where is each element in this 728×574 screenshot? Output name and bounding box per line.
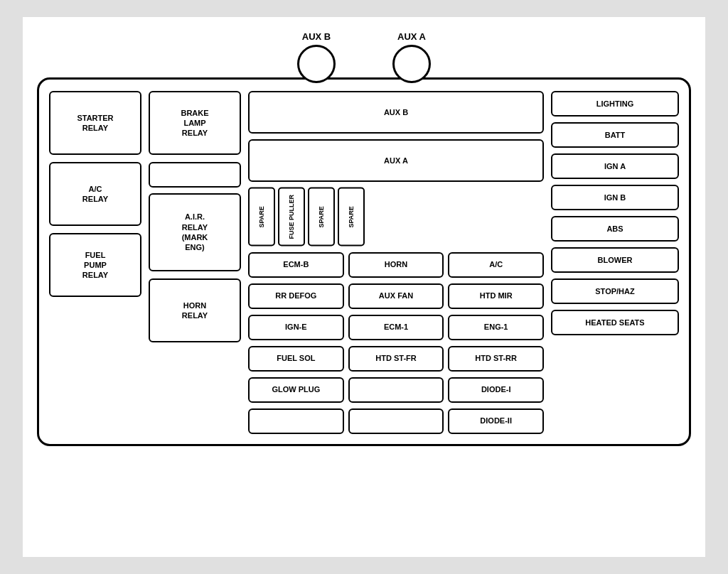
eng-1: ENG-1	[448, 315, 544, 340]
aux-b-circle	[297, 45, 336, 83]
lighting-fuse: LIGHTING	[551, 91, 679, 117]
col-left: STARTER RELAY A/C RELAY FUEL PUMP RELAY	[49, 91, 141, 297]
rr-defog: RR DEFOG	[248, 283, 344, 309]
ign-a-fuse: IGN A	[551, 153, 679, 179]
horn-fuse: HORN	[348, 252, 444, 278]
stop-haz-fuse: STOP/HAZ	[551, 278, 679, 304]
aux-fan: AUX FAN	[348, 283, 444, 309]
aux-b-connector: AUX B	[297, 31, 336, 83]
mid-spare-3	[348, 408, 444, 434]
fuel-pump-relay: FUEL PUMP RELAY	[49, 233, 141, 297]
air-relay: A.I.R. RELAY (MARK ENG)	[149, 193, 241, 271]
htd-st-rr: HTD ST-RR	[448, 346, 544, 372]
diode-ii: DIODE-II	[448, 408, 544, 434]
spare-v3: SPARE	[338, 188, 365, 247]
aux-b-label: AUX B	[302, 31, 331, 42]
fuse-grid: STARTER RELAY A/C RELAY FUEL PUMP RELAY …	[49, 91, 679, 434]
glow-plug: GLOW PLUG	[248, 377, 344, 403]
ac-fuse: A/C	[448, 252, 544, 278]
aux-b-fuse: AUX B	[248, 91, 544, 134]
row-defog-fan-mir: RR DEFOG AUX FAN HTD MIR	[248, 283, 544, 309]
abs-fuse: ABS	[551, 216, 679, 242]
spare-v2: SPARE	[308, 188, 335, 247]
aux-a-connector: AUX A	[392, 31, 431, 83]
row-ign-ecm-eng: IGN-E ECM-1 ENG-1	[248, 315, 544, 340]
row-spare-diode2: DIODE-II	[248, 408, 544, 434]
top-connectors: AUX B AUX A	[37, 31, 691, 83]
row-fuel-htd: FUEL SOL HTD ST-FR HTD ST-RR	[248, 346, 544, 372]
aux-a-label: AUX A	[397, 31, 426, 42]
heated-seats-fuse: HEATED SEATS	[551, 310, 679, 335]
row-glow-diode1: GLOW PLUG DIODE-I	[248, 377, 544, 403]
col-right: LIGHTING BATT IGN A IGN B ABS BLOWER	[551, 91, 679, 335]
starter-relay: STARTER RELAY	[49, 91, 141, 155]
small-spare-top	[149, 162, 241, 188]
spare-v1: SPARE	[248, 188, 275, 247]
vertical-fuses-row: SPARE FUSE PULLER SPARE SPARE	[248, 188, 544, 247]
aux-a-fuse: AUX A	[248, 139, 544, 182]
aux-a-circle	[392, 45, 431, 83]
batt-fuse: BATT	[551, 122, 679, 148]
fuel-sol: FUEL SOL	[248, 346, 344, 372]
ign-b-fuse: IGN B	[551, 185, 679, 210]
col-mid: AUX B AUX A SPARE FUSE PULLER SPARE SPAR…	[248, 91, 544, 434]
horn-relay: HORN RELAY	[149, 278, 241, 342]
row-ecm-horn-ac: ECM-B HORN A/C	[248, 252, 544, 278]
diode-i: DIODE-I	[448, 377, 544, 403]
mid-spare-1	[348, 377, 444, 403]
htd-st-fr: HTD ST-FR	[348, 346, 444, 372]
ecm-b: ECM-B	[248, 252, 344, 278]
fuse-box-wrapper: AUX B AUX A STARTER RELAY A/C RELAY FUEL…	[23, 17, 705, 557]
col-second: BRAKE LAMP RELAY A.I.R. RELAY (MARK ENG)…	[149, 91, 241, 342]
brake-lamp-relay: BRAKE LAMP RELAY	[149, 91, 241, 155]
htd-mir: HTD MIR	[448, 283, 544, 309]
mid-spare-2	[248, 408, 344, 434]
ign-e: IGN-E	[248, 315, 344, 340]
main-fuse-box: STARTER RELAY A/C RELAY FUEL PUMP RELAY …	[37, 77, 691, 446]
ecm-1: ECM-1	[348, 315, 444, 340]
blower-fuse: BLOWER	[551, 247, 679, 273]
ac-relay: A/C RELAY	[49, 162, 141, 226]
fuse-puller: FUSE PULLER	[278, 188, 305, 247]
